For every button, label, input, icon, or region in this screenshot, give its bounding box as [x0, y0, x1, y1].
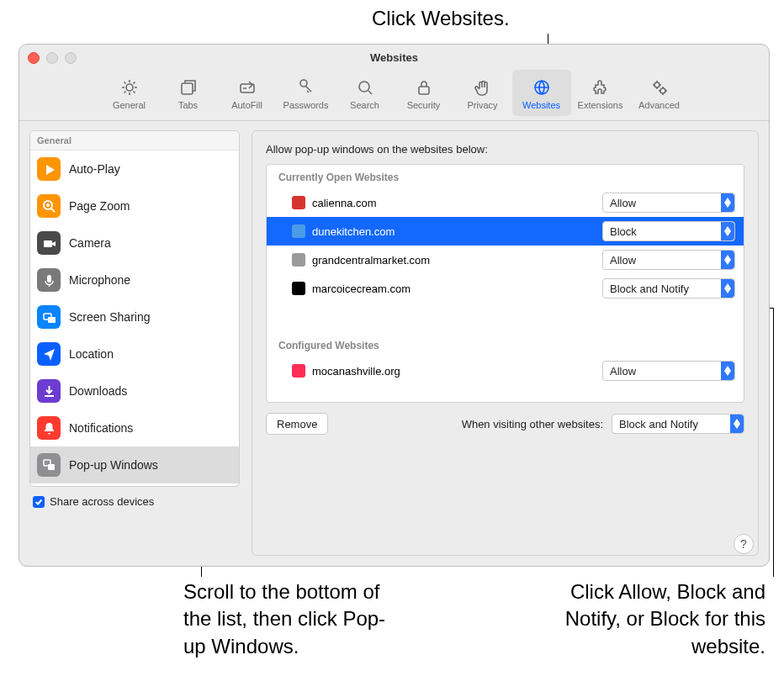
permission-value: Block and Notify — [610, 283, 721, 295]
svg-rect-10 — [44, 240, 52, 247]
minimize-button[interactable] — [46, 52, 58, 64]
toolbar-tab-general[interactable]: General — [100, 70, 159, 116]
other-websites-label: When visiting other websites: — [462, 418, 603, 430]
svg-point-8 — [660, 88, 665, 93]
main-panel: Allow pop-up windows on the websites bel… — [252, 130, 759, 556]
toolbar: General Tabs AutoFill Passwords Search S… — [19, 70, 769, 121]
popup-arrows-icon — [721, 279, 734, 298]
toolbar-tab-extensions[interactable]: Extensions — [571, 70, 630, 116]
website-row[interactable]: grandcentralmarket.com Allow — [267, 246, 744, 274]
toolbar-tab-search[interactable]: Search — [336, 70, 395, 116]
favicon — [292, 282, 305, 295]
toolbar-tab-websites[interactable]: Websites — [512, 70, 571, 116]
toolbar-tab-privacy[interactable]: Privacy — [453, 70, 512, 116]
popup-arrows-icon — [721, 222, 734, 240]
website-name: marcoicecream.com — [312, 283, 596, 295]
gears-icon — [650, 77, 669, 98]
titlebar: Websites — [19, 45, 769, 70]
other-websites-popup[interactable]: Block and Notify — [612, 414, 744, 434]
permission-value: Block — [610, 225, 721, 238]
permission-value: Allow — [610, 254, 721, 267]
svg-rect-15 — [48, 464, 55, 470]
toolbar-tab-advanced[interactable]: Advanced — [630, 70, 689, 116]
section-conf-header: Configured Websites — [267, 303, 744, 356]
permission-value: Allow — [610, 365, 721, 378]
help-button[interactable]: ? — [734, 534, 754, 554]
gear-icon — [120, 77, 139, 98]
website-row[interactable]: calienna.com Allow — [267, 188, 744, 217]
sidebar-item-downloads[interactable]: Downloads — [30, 372, 239, 409]
svg-point-0 — [126, 84, 133, 91]
toolbar-tab-label: Search — [350, 100, 379, 110]
toolbar-tab-label: Advanced — [638, 100, 680, 110]
zoom-button[interactable] — [65, 52, 77, 64]
sidebar-item-label: Screen Sharing — [69, 310, 151, 324]
popup-arrows-icon — [721, 193, 734, 212]
sidebar-item-location[interactable]: Location — [30, 335, 239, 372]
sidebar-item-notifications[interactable]: Notifications — [30, 409, 239, 446]
svg-rect-13 — [48, 317, 56, 323]
permission-popup[interactable]: Allow — [602, 193, 735, 213]
sidebar-item-microphone[interactable]: Microphone — [30, 261, 239, 298]
sidebar-list[interactable]: General Auto-Play Page Zoom Camera Micro… — [29, 130, 240, 487]
hand-icon — [474, 77, 492, 98]
permission-popup[interactable]: Block and Notify — [602, 278, 735, 298]
remove-button[interactable]: Remove — [266, 413, 328, 435]
share-across-devices[interactable]: Share across devices — [29, 495, 240, 508]
preferences-window: Websites General Tabs AutoFill Passwords… — [19, 44, 770, 567]
svg-rect-5 — [419, 87, 429, 94]
sidebar-item-label: Location — [69, 347, 114, 361]
search-icon — [356, 77, 374, 98]
window-title: Websites — [19, 51, 769, 64]
sidebar-item-popup[interactable]: Pop-up Windows — [30, 446, 239, 483]
permission-popup[interactable]: Allow — [602, 361, 735, 381]
checkbox-checked-icon[interactable] — [33, 496, 45, 508]
website-row[interactable]: mocanashville.org Allow — [267, 356, 744, 385]
toolbar-tab-label: Passwords — [283, 100, 329, 110]
callout-bottom-right: Click Allow, Block and Notify, or Block … — [555, 578, 765, 660]
autofill-icon — [238, 77, 257, 98]
sidebar-item-screen-sharing[interactable]: Screen Sharing — [30, 298, 239, 335]
toolbar-tab-label: AutoFill — [231, 100, 262, 110]
website-row[interactable]: dunekitchen.com Block — [267, 217, 744, 246]
popup-arrows-icon — [730, 415, 744, 433]
sidebar-item-camera[interactable]: Camera — [30, 224, 239, 261]
location-icon — [37, 342, 61, 366]
screens-icon — [37, 305, 61, 329]
camera-icon — [37, 231, 61, 255]
website-row[interactable]: marcoicecream.com Block and Notify — [267, 274, 744, 303]
toolbar-tab-tabs[interactable]: Tabs — [159, 70, 218, 116]
website-name: grandcentralmarket.com — [312, 254, 596, 267]
mic-icon — [37, 268, 61, 292]
toolbar-tab-label: Tabs — [178, 100, 198, 110]
website-name: calienna.com — [312, 197, 596, 209]
popups-icon — [37, 453, 61, 477]
favicon — [292, 196, 305, 209]
toolbar-tab-autofill[interactable]: AutoFill — [218, 70, 277, 116]
svg-point-4 — [359, 82, 369, 92]
toolbar-tab-label: General — [113, 100, 146, 110]
toolbar-tab-security[interactable]: Security — [395, 70, 453, 116]
favicon — [292, 364, 305, 378]
globe-icon — [532, 77, 551, 98]
svg-point-7 — [654, 82, 660, 87]
permission-value: Allow — [610, 197, 721, 209]
website-name: mocanashville.org — [312, 365, 596, 378]
sidebar-item-label: Notifications — [69, 421, 133, 435]
sidebar-item-label: Page Zoom — [69, 199, 130, 213]
favicon — [292, 253, 305, 267]
close-button[interactable] — [28, 52, 40, 64]
permission-popup[interactable]: Block — [602, 221, 735, 241]
sidebar: General Auto-Play Page Zoom Camera Micro… — [29, 130, 240, 556]
website-name: dunekitchen.com — [312, 225, 596, 238]
sidebar-item-label: Microphone — [69, 273, 130, 287]
callout-top: Click Websites. — [372, 5, 510, 32]
sidebar-item-auto-play[interactable]: Auto-Play — [30, 151, 239, 187]
sidebar-item-label: Downloads — [69, 384, 127, 398]
permission-popup[interactable]: Allow — [602, 250, 735, 270]
website-list[interactable]: Currently Open Websites calienna.com All… — [266, 164, 744, 403]
sidebar-item-page-zoom[interactable]: Page Zoom — [30, 187, 239, 224]
toolbar-tab-passwords[interactable]: Passwords — [277, 70, 336, 116]
callout-bottom-left: Scroll to the bottom of the list, then c… — [183, 578, 402, 660]
toolbar-tab-label: Extensions — [578, 100, 623, 110]
